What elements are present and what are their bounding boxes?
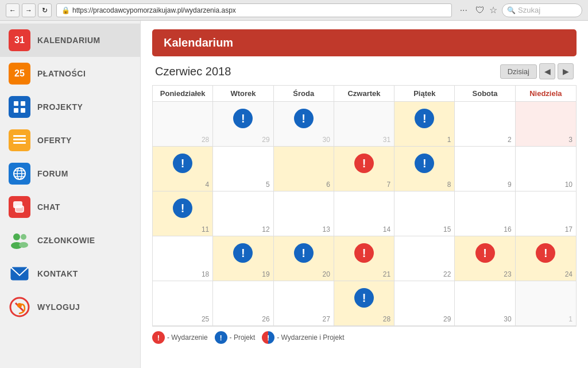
star-icon[interactable]: ☆ bbox=[489, 5, 497, 16]
table-row: 16 bbox=[455, 191, 515, 236]
legend-red-icon: ! bbox=[152, 331, 165, 344]
search-bar[interactable]: 🔍 Szukaj bbox=[502, 3, 582, 17]
url-text: https://pracodawcypomorzaikujaw.pl/wydar… bbox=[72, 6, 236, 14]
sidebar-item-wyloguj[interactable]: WYLOGUJ bbox=[0, 290, 140, 324]
table-row: 5 bbox=[213, 147, 273, 191]
refresh-button[interactable]: ↻ bbox=[38, 3, 52, 17]
sidebar-label-czlonkowie: CZŁONKOWIE bbox=[37, 236, 95, 245]
sidebar-item-forum[interactable]: FORUM bbox=[0, 157, 140, 190]
event-red[interactable]: ! bbox=[354, 154, 374, 173]
calendar-body: 28 ! 29 ! 30 31 ! 1 2 3 ! bbox=[153, 102, 576, 326]
table-row: ! 1 bbox=[394, 102, 455, 147]
table-row: ! 20 bbox=[274, 236, 334, 281]
table-row: ! 4 bbox=[153, 147, 213, 191]
table-row: ! 29 bbox=[213, 102, 273, 147]
oferty-icon bbox=[9, 129, 30, 151]
table-row: 6 bbox=[274, 147, 334, 191]
table-row: 10 bbox=[516, 147, 576, 191]
legend-blue-icon: ! bbox=[215, 331, 227, 344]
prev-month-button[interactable]: ◀ bbox=[539, 63, 555, 79]
table-row: 29 bbox=[394, 281, 455, 326]
kontakt-icon bbox=[9, 263, 30, 285]
svg-rect-1 bbox=[21, 101, 25, 106]
svg-point-23 bbox=[17, 303, 22, 308]
sidebar-item-oferty[interactable]: OFERTY bbox=[0, 124, 140, 157]
legend: ! - Wydarzenie ! - Projekt ! - Wydarzeni… bbox=[152, 331, 577, 344]
menu-dots[interactable]: ··· bbox=[457, 5, 471, 16]
table-row: 31 bbox=[334, 102, 394, 147]
sidebar-label-chat: CHAT bbox=[37, 202, 60, 212]
forward-button[interactable]: → bbox=[22, 3, 36, 17]
legend-label-both: - Wydarzenie i Projekt bbox=[277, 334, 344, 342]
table-row: 25 bbox=[153, 281, 213, 326]
main-layout: 31 KALENDARIUM 25 PŁATNOŚCI PROJEKTY bbox=[0, 21, 588, 368]
day-saturday: Sobota bbox=[455, 86, 515, 102]
event-blue[interactable]: ! bbox=[354, 288, 374, 308]
lock-icon: 🔒 bbox=[61, 6, 70, 14]
table-row: 3 bbox=[516, 102, 576, 147]
sidebar-item-platnosci[interactable]: 25 PŁATNOŚCI bbox=[0, 57, 140, 90]
table-row: 1 bbox=[516, 281, 576, 326]
legend-item-wydarzenie: ! - Wydarzenie bbox=[152, 331, 208, 344]
sidebar-label-wyloguj: WYLOGUJ bbox=[37, 302, 80, 312]
table-row: 12 bbox=[213, 191, 273, 236]
svg-point-15 bbox=[13, 233, 20, 240]
sidebar-label-platnosci: PŁATNOŚCI bbox=[37, 69, 86, 78]
search-placeholder: Szukaj bbox=[518, 6, 540, 14]
sidebar-item-projekty[interactable]: PROJEKTY bbox=[0, 90, 140, 124]
sidebar-item-kontakt[interactable]: KONTAKT bbox=[0, 257, 140, 290]
table-row: 26 bbox=[213, 281, 273, 326]
calendar-days-header: Poniedziałek Wtorek Środa Czwartek Piąte… bbox=[153, 86, 576, 102]
event-blue[interactable]: ! bbox=[173, 198, 192, 218]
legend-item-projekt: ! - Projekt bbox=[215, 331, 256, 344]
event-blue[interactable]: ! bbox=[294, 243, 314, 263]
table-row: 14 bbox=[334, 191, 394, 236]
table-row: 27 bbox=[274, 281, 334, 326]
table-row: ! 30 bbox=[274, 102, 334, 147]
day-tuesday: Wtorek bbox=[213, 86, 273, 102]
today-button[interactable]: Dzisiaj bbox=[500, 64, 537, 79]
table-row: 30 bbox=[455, 281, 515, 326]
sidebar-item-chat[interactable]: CHAT bbox=[0, 190, 140, 224]
event-red[interactable]: ! bbox=[354, 243, 374, 263]
event-red[interactable]: ! bbox=[536, 243, 555, 263]
platnosci-icon: 25 bbox=[9, 63, 30, 85]
svg-rect-2 bbox=[14, 108, 18, 113]
content-area: Kalendarium Czerwiec 2018 Dzisiaj ◀ ▶ Po… bbox=[141, 21, 588, 368]
table-row: ! 11 bbox=[153, 191, 213, 236]
event-blue[interactable]: ! bbox=[294, 109, 314, 128]
calendar-grid: Poniedziałek Wtorek Środa Czwartek Piąte… bbox=[152, 85, 577, 327]
day-wednesday: Środa bbox=[274, 86, 334, 102]
event-blue[interactable]: ! bbox=[173, 154, 192, 173]
address-bar[interactable]: 🔒 https://pracodawcypomorzaikujaw.pl/wyd… bbox=[56, 3, 452, 17]
chat-icon bbox=[9, 196, 30, 218]
table-row: ! 19 bbox=[213, 236, 273, 281]
event-blue[interactable]: ! bbox=[233, 243, 253, 263]
event-red[interactable]: ! bbox=[475, 243, 495, 263]
day-sunday: Niedziela bbox=[516, 86, 576, 102]
table-row: 28 bbox=[153, 102, 213, 147]
table-row: 15 bbox=[394, 191, 455, 236]
table-row: 2 bbox=[455, 102, 515, 147]
svg-point-17 bbox=[21, 234, 26, 240]
back-button[interactable]: ← bbox=[6, 3, 20, 17]
day-thursday: Czwartek bbox=[334, 86, 394, 102]
table-row: 22 bbox=[394, 236, 455, 281]
table-row: ! 8 bbox=[394, 147, 455, 191]
sidebar-item-czlonkowie[interactable]: CZŁONKOWIE bbox=[0, 224, 140, 257]
event-blue[interactable]: ! bbox=[233, 109, 253, 128]
event-blue[interactable]: ! bbox=[415, 109, 434, 128]
bookmark-icon[interactable]: 🛡 bbox=[475, 5, 485, 16]
sidebar-label-kalendarium: KALENDARIUM bbox=[37, 36, 100, 45]
next-month-button[interactable]: ▶ bbox=[558, 63, 574, 79]
sidebar-label-oferty: OFERTY bbox=[37, 136, 72, 145]
svg-rect-6 bbox=[13, 142, 26, 144]
svg-point-18 bbox=[19, 242, 28, 248]
forum-icon bbox=[9, 163, 30, 185]
legend-item-both: ! - Wydarzenie i Projekt bbox=[262, 331, 344, 344]
czlonkowie-icon bbox=[9, 229, 30, 251]
browser-nav-buttons[interactable]: ← → ↻ bbox=[6, 3, 52, 17]
projekty-icon bbox=[9, 96, 30, 118]
sidebar-item-kalendarium[interactable]: 31 KALENDARIUM bbox=[0, 24, 140, 57]
event-blue[interactable]: ! bbox=[415, 154, 434, 173]
